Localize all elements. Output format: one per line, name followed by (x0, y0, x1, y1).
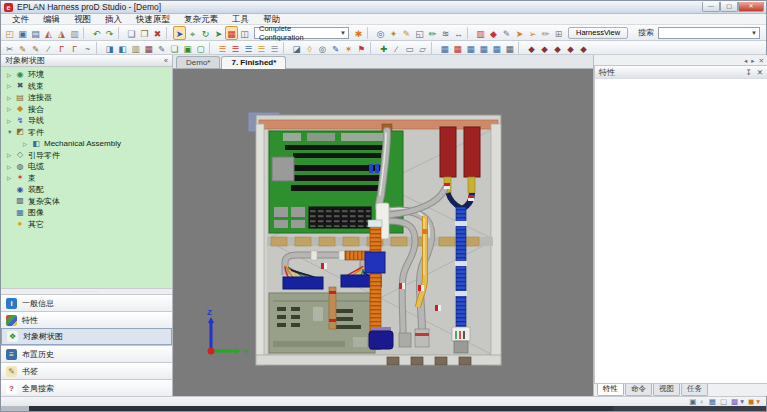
save-icon[interactable]: ▣ (16, 26, 29, 40)
separator[interactable] (283, 42, 288, 54)
inspect-icon[interactable]: ◎ (316, 42, 329, 54)
new-window-icon[interactable]: ▢ (720, 397, 727, 406)
expand-arrow-icon[interactable]: ▷ (7, 164, 15, 170)
menu-file[interactable]: 文件 (5, 14, 36, 25)
close-icon[interactable]: ✕ (757, 67, 763, 78)
box-entity-icon[interactable]: ▥ (129, 42, 142, 54)
place-icon[interactable]: ⌖ (186, 26, 199, 40)
nav-object-tree[interactable]: ❖ 对象树状图 (1, 328, 172, 345)
menu-insert[interactable]: 插入 (98, 14, 129, 25)
tree-item-images[interactable]: ▦ 图像 (1, 207, 172, 219)
menu-rapid-prototype[interactable]: 快速原型 (129, 14, 177, 25)
rp-tab-commands[interactable]: 命令 (625, 384, 652, 396)
expand-arrow-icon[interactable]: ▷ (7, 106, 15, 112)
tree-item-guiding-parts[interactable]: ▷ ◇ 引导零件 (1, 150, 172, 162)
move-entity-icon[interactable]: ◧ (116, 42, 129, 54)
link-icon[interactable]: ⊞ (552, 26, 565, 40)
expand-arrow-icon[interactable]: ▷ (23, 141, 31, 147)
rp-tab-properties[interactable]: 特性 (597, 384, 624, 396)
view-left-icon[interactable]: ▦ (464, 42, 477, 54)
dock-next-icon[interactable]: ▸ (751, 56, 754, 65)
print-icon[interactable]: ▥ (68, 26, 81, 40)
bundle-yellow-icon[interactable]: ☰ (255, 42, 268, 54)
corner-icon[interactable]: Γ (55, 42, 68, 54)
nav-general-info[interactable]: i 一般信息 (1, 294, 172, 311)
configuration-combo[interactable]: Complete Configuration ▼ (254, 27, 349, 39)
harness-view-button[interactable]: HarnessView (568, 27, 628, 39)
nav-properties[interactable]: 特性 (1, 311, 172, 328)
separator[interactable] (367, 27, 372, 39)
tree-item-complex-entities[interactable]: ▩ 复杂实体 (1, 196, 172, 208)
harness-tool3-icon[interactable]: ◆ (551, 42, 564, 54)
minimize-button[interactable]: — (702, 2, 720, 12)
expand-arrow-icon[interactable]: ▷ (7, 83, 15, 89)
tree-item-others[interactable]: ● 其它 (1, 219, 172, 231)
flag-icon[interactable]: ⚑ (355, 42, 368, 54)
separator[interactable] (518, 42, 523, 54)
measure-length-icon[interactable]: ≋ (439, 26, 452, 40)
nav-bookmarks[interactable]: ✎ 书签 (1, 362, 172, 379)
tree-item-mechanical-assembly[interactable]: ▷ ◧ Mechanical Assembly (1, 138, 172, 150)
redo-icon[interactable]: ↷ (103, 26, 116, 40)
view-right-icon[interactable]: ▦ (477, 42, 490, 54)
star-icon[interactable]: ✶ (342, 42, 355, 54)
import-icon[interactable]: ◭ (42, 26, 55, 40)
display-config-icon[interactable]: ▦ (225, 26, 238, 40)
ungroup-icon[interactable]: ▢ (194, 42, 207, 54)
separator[interactable] (467, 27, 472, 39)
undo-icon[interactable]: ↶ (90, 26, 103, 40)
menu-complex-elements[interactable]: 复杂元素 (177, 14, 225, 25)
fit-view-icon[interactable]: ▣ (689, 397, 696, 406)
edit-entity-icon[interactable]: ✎ (155, 42, 168, 54)
pan-view-icon[interactable]: ◐ (700, 397, 705, 406)
menu-tools[interactable]: 工具 (225, 14, 256, 25)
expand-arrow-icon[interactable]: ▼ (7, 129, 15, 135)
route-icon[interactable]: ➤ (513, 26, 526, 40)
tree-item-harness[interactable]: ▷ ✖ 线束 (1, 81, 172, 93)
3d-viewport[interactable]: Z Y (173, 69, 593, 396)
export-icon[interactable]: ◮ (55, 26, 68, 40)
wire-pen-icon[interactable]: ✎ (329, 42, 342, 54)
tree-item-bundles[interactable]: ▷ ✶ 束 (1, 173, 172, 185)
pin-icon[interactable]: ↧ (745, 67, 751, 78)
tree-item-connectors[interactable]: ▷ ▤ 连接器 (1, 92, 172, 104)
report-icon[interactable]: ▥ (474, 26, 487, 40)
expand-arrow-icon[interactable]: ▷ (7, 152, 15, 158)
maximize-button[interactable]: ▢ (720, 2, 738, 12)
expand-arrow-icon[interactable]: ▷ (7, 118, 15, 124)
rect-filled-icon[interactable]: ▱ (416, 42, 429, 54)
nailboard-icon[interactable]: ◆ (487, 26, 500, 40)
select-cursor-icon[interactable]: ➤ (173, 26, 186, 40)
walk-mode-icon[interactable]: ✦ (387, 26, 400, 40)
harness-tool5-icon[interactable]: ◆ (577, 42, 590, 54)
rp-tab-tasks[interactable]: 任务 (681, 384, 708, 396)
delete-entity-icon[interactable]: ▦ (142, 42, 155, 54)
separator[interactable] (431, 42, 436, 54)
tree-item-splices[interactable]: ▷ ◆ 接合 (1, 104, 172, 116)
bundle-icon[interactable]: ☰ (216, 42, 229, 54)
rp-tab-views[interactable]: 视图 (653, 384, 680, 396)
lock-icon[interactable]: ◊ (303, 42, 316, 54)
edit-pencil-icon[interactable]: ✎ (500, 26, 513, 40)
tile-windows-icon[interactable]: ▦ (709, 397, 716, 406)
bundle-gray-icon[interactable]: ☰ (268, 42, 281, 54)
harness-tool-icon[interactable]: ◆ (525, 42, 538, 54)
rect-icon[interactable]: ▭ (403, 42, 416, 54)
menu-view[interactable]: 视图 (67, 14, 98, 25)
harness-tool4-icon[interactable]: ◆ (564, 42, 577, 54)
tree-item-environment[interactable]: ▷ ◉ 环境 (1, 69, 172, 81)
tab-finished[interactable]: 7. Finished* (221, 56, 286, 69)
menu-edit[interactable]: 编辑 (36, 14, 67, 25)
pick-point-icon[interactable]: ➤ (212, 26, 225, 40)
view-front-icon[interactable]: ▦ (438, 42, 451, 54)
separator[interactable] (166, 27, 171, 39)
expand-arrow-icon[interactable]: ▷ (7, 95, 15, 101)
expand-arrow-icon[interactable]: ▷ (7, 175, 15, 181)
separator[interactable] (118, 27, 123, 39)
dock-close-icon[interactable]: ✕ (759, 56, 764, 65)
view-back-icon[interactable]: ▦ (451, 42, 464, 54)
spline-icon[interactable]: ~ (81, 42, 94, 54)
route-all-icon[interactable]: ➢ (526, 26, 539, 40)
render-mode-icon[interactable]: ◼ ▾ (748, 397, 760, 406)
fit-span-icon[interactable]: ↔ (452, 26, 465, 40)
